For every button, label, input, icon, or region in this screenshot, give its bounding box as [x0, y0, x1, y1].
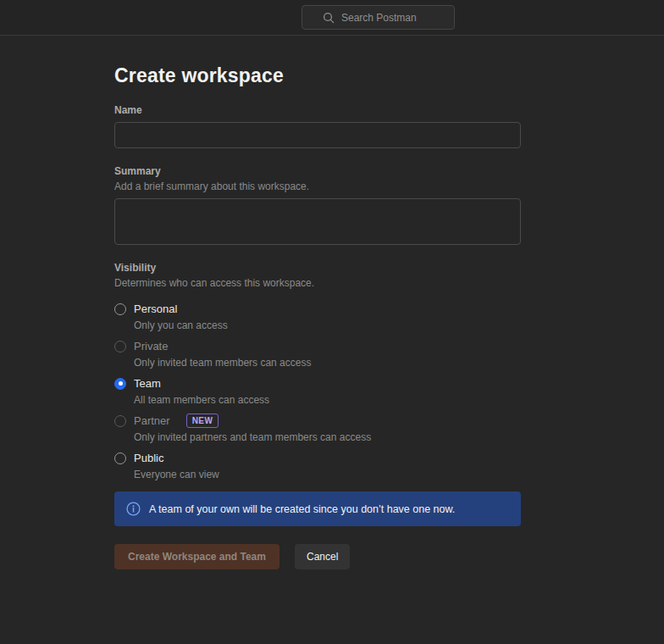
cancel-button[interactable]: Cancel [295, 544, 350, 569]
search-placeholder: Search Postman [341, 12, 417, 24]
search-icon [323, 12, 335, 24]
top-bar: Search Postman [0, 0, 664, 36]
visibility-option-partner: Partner NEW Only invited partners and te… [114, 414, 521, 443]
page-title: Create workspace [114, 64, 521, 87]
visibility-option-public: Public Everyone can view [114, 451, 521, 480]
create-workspace-button[interactable]: Create Workspace and Team [114, 544, 279, 569]
radio-partner: Partner NEW [114, 414, 521, 428]
radio-circle-icon[interactable] [114, 378, 126, 390]
info-icon [126, 502, 141, 516]
option-description: Everyone can view [134, 469, 521, 480]
visibility-help: Determines who can access this workspace… [114, 277, 521, 289]
option-label: Personal [134, 303, 177, 315]
visibility-option-personal: Personal Only you can access [114, 302, 521, 331]
visibility-option-private: Private Only invited team members can ac… [114, 339, 521, 369]
visibility-option-team: Team All team members can access [114, 376, 521, 406]
create-workspace-form: Create workspace Name Summary Add a brie… [0, 64, 521, 569]
radio-personal[interactable]: Personal [114, 302, 521, 316]
option-description: Only invited partners and team members c… [134, 431, 521, 443]
option-label: Private [134, 340, 168, 353]
radio-circle-icon [114, 415, 126, 427]
radio-circle-icon[interactable] [114, 303, 126, 315]
option-description: Only you can access [134, 319, 521, 331]
visibility-label: Visibility [114, 262, 521, 274]
summary-help: Add a brief summary about this workspace… [114, 180, 521, 192]
radio-public[interactable]: Public [114, 451, 521, 465]
option-description: Only invited team members can access [134, 357, 521, 369]
radio-circle-icon[interactable] [114, 452, 126, 464]
option-description: All team members can access [134, 394, 521, 406]
radio-circle-icon [114, 341, 126, 353]
radio-private: Private [114, 339, 521, 353]
name-label: Name [114, 104, 521, 116]
option-label: Public [134, 452, 163, 464]
summary-label: Summary [114, 165, 521, 177]
option-label: Partner [134, 414, 170, 427]
option-label: Team [134, 377, 161, 390]
radio-team[interactable]: Team [114, 376, 521, 391]
summary-input[interactable] [114, 198, 521, 245]
info-banner: A team of your own will be created since… [114, 491, 521, 526]
visibility-options: Personal Only you can access Private Onl… [114, 302, 521, 480]
form-actions: Create Workspace and Team Cancel [114, 544, 521, 569]
banner-text: A team of your own will be created since… [149, 503, 455, 515]
new-badge: NEW [186, 414, 219, 428]
search-input[interactable]: Search Postman [302, 5, 455, 30]
name-input[interactable] [114, 122, 521, 148]
